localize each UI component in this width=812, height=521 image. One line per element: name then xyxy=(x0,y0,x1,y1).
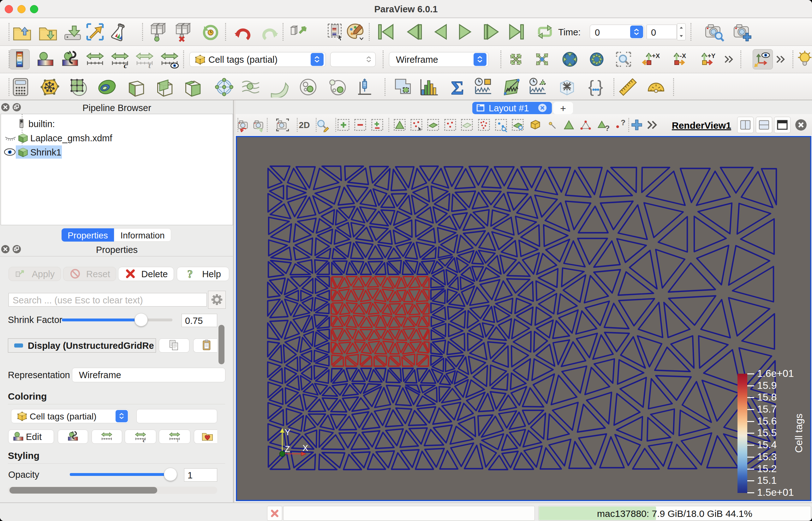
svg-text:?: ? xyxy=(621,118,625,127)
svg-text:?: ? xyxy=(187,268,193,280)
svg-text:?: ? xyxy=(605,124,610,132)
svg-text:2D: 2D xyxy=(299,120,310,130)
svg-text:Z: Z xyxy=(285,444,290,454)
svg-text:c: c xyxy=(124,61,128,69)
svg-text:{: { xyxy=(588,77,594,96)
svg-text:}: } xyxy=(597,77,603,96)
svg-text:t: t xyxy=(177,438,179,443)
svg-text:Σ: Σ xyxy=(451,77,464,97)
svg-text:Y: Y xyxy=(285,428,291,437)
svg-text:-X: -X xyxy=(680,52,686,59)
svg-text:t: t xyxy=(148,61,151,69)
svg-text:+Y: +Y xyxy=(707,52,716,59)
svg-text:+X: +X xyxy=(652,52,660,59)
svg-text:X: X xyxy=(302,444,308,453)
svg-text:c: c xyxy=(143,438,145,443)
